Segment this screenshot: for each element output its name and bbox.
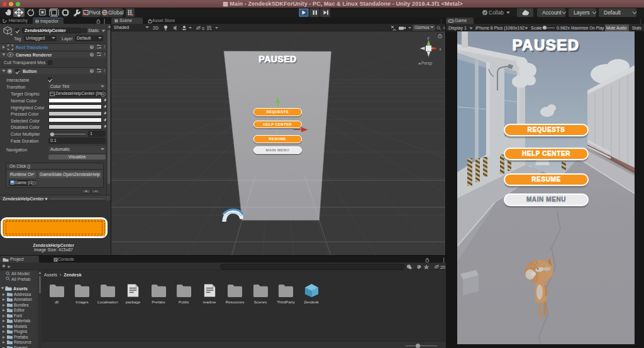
svg-text:◂ Persp: ◂ Persp <box>418 61 432 66</box>
svg-text:y: y <box>428 36 430 40</box>
svg-text:Layers: Layers <box>574 9 590 16</box>
svg-text:20: 20 <box>440 265 445 269</box>
svg-text:Pivot: Pivot <box>89 9 101 16</box>
svg-text:Default: Default <box>604 9 621 16</box>
svg-text:Global: Global <box>108 9 124 16</box>
svg-text:x: x <box>440 47 441 51</box>
svg-text:Collab: Collab <box>489 9 504 16</box>
svg-text:0: 0 <box>202 26 204 31</box>
svg-text:Account: Account <box>542 9 562 16</box>
